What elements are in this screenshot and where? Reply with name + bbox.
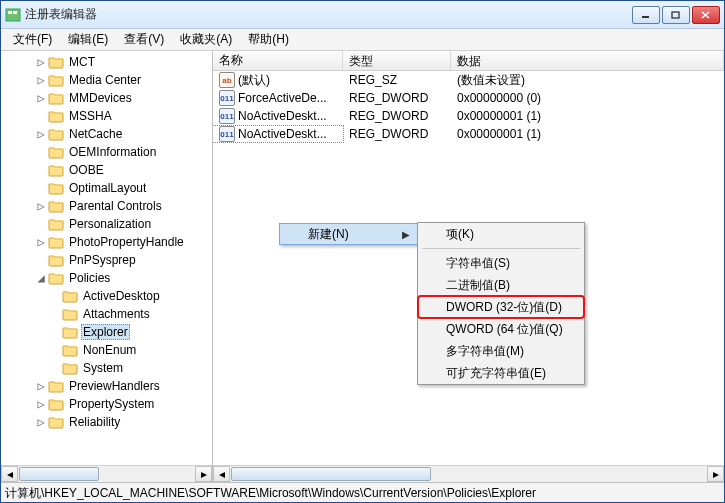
menu-favorites[interactable]: 收藏夹(A) [172,29,240,50]
ctx-expand-label: 可扩充字符串值(E) [446,365,546,382]
tree-item[interactable]: ▷MMDevices [1,89,212,107]
scroll-right-icon[interactable]: ▸ [195,466,212,482]
titlebar[interactable]: 注册表编辑器 [1,1,724,29]
menu-view[interactable]: 查看(V) [116,29,172,50]
scroll-right-icon[interactable]: ▸ [707,466,724,482]
scroll-thumb[interactable] [231,467,431,481]
expand-icon[interactable]: ▷ [35,415,47,429]
tree-view[interactable]: ▷MCT▷Media Center▷MMDevicesMSSHA▷NetCach… [1,51,212,465]
scroll-left-icon[interactable]: ◂ [213,466,230,482]
dword-value-icon: 011 [219,90,235,106]
tree-item-label: System [81,361,125,375]
tree-item[interactable]: ▷PhotoPropertyHandle [1,233,212,251]
folder-icon [48,55,64,69]
ctx-expand[interactable]: 可扩充字符串值(E) [418,362,584,384]
minimize-button[interactable] [632,6,660,24]
tree-item[interactable]: ActiveDesktop [1,287,212,305]
expand-icon[interactable]: ▷ [35,127,47,141]
expand-icon[interactable]: ▷ [35,91,47,105]
ctx-key[interactable]: 项(K) [418,223,584,245]
svg-rect-1 [8,11,12,14]
tree-item[interactable]: ▷NetCache [1,125,212,143]
collapse-icon[interactable]: ◢ [35,271,47,285]
ctx-qword[interactable]: QWORD (64 位)值(Q) [418,318,584,340]
tree-item[interactable]: Explorer [1,323,212,341]
header-type[interactable]: 类型 [343,51,451,70]
tree-item[interactable]: Attachments [1,305,212,323]
folder-icon [48,163,64,177]
value-row[interactable]: 011NoActiveDeskt...REG_DWORD0x00000001 (… [213,107,724,125]
tree-item[interactable]: MSSHA [1,107,212,125]
folder-icon [48,199,64,213]
tree-item[interactable]: System [1,359,212,377]
app-icon [5,7,21,23]
list-header: 名称 类型 数据 [213,51,724,71]
scroll-track[interactable] [230,466,707,482]
tree-item-label: MMDevices [67,91,134,105]
folder-icon [62,307,78,321]
content-area: ▷MCT▷Media Center▷MMDevicesMSSHA▷NetCach… [1,51,724,482]
tree-item[interactable]: ▷Parental Controls [1,197,212,215]
tree-item-label: Attachments [81,307,152,321]
value-name: (默认) [238,72,270,89]
maximize-button[interactable] [662,6,690,24]
header-name[interactable]: 名称 [213,51,343,70]
expand-icon[interactable]: ▷ [35,235,47,249]
tree-item[interactable]: ◢Policies [1,269,212,287]
tree-item[interactable]: ▷MCT [1,53,212,71]
tree-item[interactable]: ▷PreviewHandlers [1,377,212,395]
expand-icon[interactable]: ▷ [35,397,47,411]
ctx-qword-label: QWORD (64 位)值(Q) [446,321,563,338]
dword-value-icon: 011 [219,126,235,142]
folder-icon [48,181,64,195]
value-row[interactable]: 011ForceActiveDe...REG_DWORD0x00000000 (… [213,89,724,107]
value-row[interactable]: ab(默认)REG_SZ(数值未设置) [213,71,724,89]
scroll-thumb[interactable] [19,467,99,481]
registry-editor-window: 注册表编辑器 文件(F) 编辑(E) 查看(V) 收藏夹(A) 帮助(H) ▷M… [0,0,725,503]
tree-hscroll[interactable]: ◂ ▸ [1,465,212,482]
tree-item-label: Personalization [67,217,153,231]
ctx-binary[interactable]: 二进制值(B) [418,274,584,296]
scroll-track[interactable] [18,466,195,482]
tree-item-label: NetCache [67,127,124,141]
folder-icon [62,343,78,357]
menu-help[interactable]: 帮助(H) [240,29,297,50]
scroll-left-icon[interactable]: ◂ [1,466,18,482]
tree-item[interactable]: NonEnum [1,341,212,359]
folder-icon [48,397,64,411]
expand-icon[interactable]: ▷ [35,73,47,87]
expand-icon[interactable]: ▷ [35,55,47,69]
value-data: 0x00000001 (1) [451,127,724,141]
menu-file[interactable]: 文件(F) [5,29,60,50]
ctx-binary-label: 二进制值(B) [446,277,510,294]
tree-item[interactable]: ▷Reliability [1,413,212,431]
svg-rect-2 [13,11,17,14]
close-button[interactable] [692,6,720,24]
tree-item-label: Explorer [81,324,130,340]
tree-item-label: Reliability [67,415,122,429]
tree-item[interactable]: ▷Media Center [1,71,212,89]
folder-icon [48,415,64,429]
folder-icon [48,109,64,123]
tree-item[interactable]: ▷PropertySystem [1,395,212,413]
value-type: REG_DWORD [343,91,451,105]
tree-item[interactable]: OptimalLayout [1,179,212,197]
menu-edit[interactable]: 编辑(E) [60,29,116,50]
tree-item[interactable]: OOBE [1,161,212,179]
ctx-multi[interactable]: 多字符串值(M) [418,340,584,362]
tree-item-label: Policies [67,271,112,285]
header-data[interactable]: 数据 [451,51,724,70]
ctx-string[interactable]: 字符串值(S) [418,252,584,274]
ctx-dword[interactable]: DWORD (32-位)值(D) [418,296,584,318]
value-row[interactable]: 011NoActiveDeskt...REG_DWORD0x00000001 (… [213,125,724,143]
tree-item-label: PreviewHandlers [67,379,162,393]
tree-item[interactable]: OEMInformation [1,143,212,161]
ctx-new[interactable]: 新建(N) ▶ [279,223,419,245]
tree-item-label: Parental Controls [67,199,164,213]
tree-item[interactable]: PnPSysprep [1,251,212,269]
expand-icon[interactable]: ▷ [35,379,47,393]
list-hscroll[interactable]: ◂ ▸ [213,465,724,482]
tree-item[interactable]: Personalization [1,215,212,233]
dword-value-icon: 011 [219,108,235,124]
expand-icon[interactable]: ▷ [35,199,47,213]
